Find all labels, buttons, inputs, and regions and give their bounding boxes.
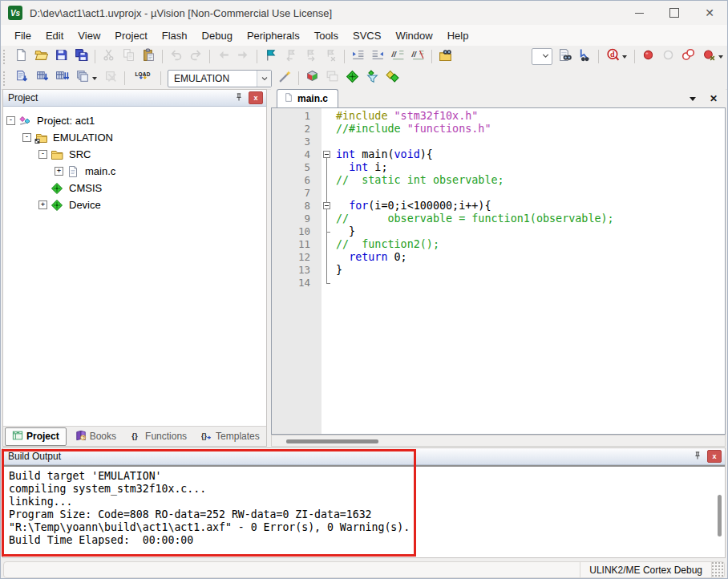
manage-run-time-environment-button[interactable]: [302, 70, 322, 87]
resize-grip[interactable]: [711, 562, 724, 577]
target-select[interactable]: EMULATION: [168, 70, 272, 87]
workspace-tab-books[interactable]: ?Books: [70, 428, 122, 445]
menu-view[interactable]: View: [71, 26, 107, 45]
toolbar-separator: [598, 50, 599, 63]
find-text-combo[interactable]: [532, 48, 552, 65]
menu-tools[interactable]: Tools: [307, 26, 346, 45]
breakpoint-toggle-button[interactable]: [638, 48, 658, 66]
minimize-button[interactable]: [621, 1, 657, 25]
toolbar-separator: [257, 50, 257, 63]
tree-expand-toggle[interactable]: -: [19, 133, 34, 142]
select-software-packs-button[interactable]: [362, 70, 382, 87]
workspace-tab-templates[interactable]: {}Templates: [196, 428, 265, 445]
editor-hscrollbar[interactable]: [271, 435, 726, 447]
build-button[interactable]: [32, 70, 52, 87]
tab-main-c[interactable]: main.c: [277, 89, 338, 107]
tree-item-project-act1[interactable]: -Project: act1: [3, 112, 266, 129]
open-folder-button[interactable]: [31, 48, 51, 66]
save-all-button[interactable]: [71, 48, 91, 66]
batch-build-button[interactable]: [72, 70, 101, 87]
translate-button[interactable]: [12, 70, 32, 87]
find-in-files-button[interactable]: [555, 48, 575, 66]
project-panel: Project x -Project: act1-EMULATION-SRC+m…: [2, 89, 267, 447]
indent-button[interactable]: [348, 48, 368, 66]
breakpoint-kill-all-button[interactable]: [698, 48, 727, 66]
tree-expand-toggle[interactable]: -: [35, 150, 51, 159]
tree-item-emulation[interactable]: -EMULATION: [3, 129, 266, 146]
outdent-button[interactable]: [368, 48, 388, 66]
menu-window[interactable]: Window: [388, 26, 439, 45]
bookmark-previous-button: [281, 48, 301, 66]
tree-expand-toggle[interactable]: +: [51, 167, 67, 176]
chevron-down-icon[interactable]: [257, 71, 271, 87]
tree-indent: [19, 180, 35, 196]
debug-find-button[interactable]: d: [602, 48, 631, 66]
outdent-icon: [371, 48, 385, 65]
close-document-button[interactable]: ✕: [710, 94, 718, 103]
download-button[interactable]: LOAD: [128, 70, 157, 87]
rebuild-button[interactable]: [52, 70, 72, 87]
code-text: [332, 187, 336, 200]
document-list-dropdown[interactable]: [690, 97, 696, 101]
breakpoint-enable-disable-button[interactable]: [658, 48, 678, 66]
build-toolbar: LOADEMULATION: [1, 67, 727, 90]
target-options-button[interactable]: [275, 70, 295, 87]
bookmark-toggle-button[interactable]: [261, 48, 281, 66]
batch-build-icon: [76, 70, 90, 87]
toolbar-grip[interactable]: [3, 50, 6, 64]
code-editor[interactable]: 1#include "stm32f10x.h"2//#include "func…: [271, 107, 726, 435]
build-output-pin-button[interactable]: [691, 451, 704, 463]
tree-expand-toggle[interactable]: +: [35, 200, 51, 209]
menu-debug[interactable]: Debug: [195, 26, 240, 45]
hscrollbar-thumb[interactable]: [286, 439, 378, 443]
menu-file[interactable]: File: [7, 26, 38, 45]
chevron-down-icon: [540, 50, 552, 64]
comment-selection-button[interactable]: //: [388, 48, 408, 66]
code-text: for(i=0;i<100000;i++){: [332, 200, 491, 213]
pack-manager-button[interactable]: [382, 70, 402, 87]
fold-collapse-icon[interactable]: [322, 200, 332, 213]
templates-tab-icon: {}: [201, 430, 212, 443]
code-text: //#include "functions.h": [332, 123, 491, 136]
menu-flash[interactable]: Flash: [155, 26, 195, 45]
uncomment-selection-icon: //: [411, 48, 425, 65]
toolbar-grip[interactable]: [3, 71, 7, 86]
build-output-log: Build target 'EMULATION'compiling system…: [3, 465, 725, 557]
build-output-scrollbar-thumb[interactable]: [718, 495, 722, 536]
menu-svcs[interactable]: SVCS: [346, 26, 388, 45]
menu-project[interactable]: Project: [107, 26, 154, 45]
maximize-button[interactable]: [657, 1, 692, 25]
breakpoint-disable-all-button[interactable]: [678, 48, 698, 66]
tree-item-main-c[interactable]: +main.c: [3, 163, 266, 180]
code-line: 12 return 0;: [272, 251, 725, 264]
code-line: 3: [272, 136, 725, 148]
folder-icon: [51, 148, 65, 161]
tree-item-label: Project: act1: [37, 115, 95, 127]
incremental-find-button[interactable]: [575, 48, 595, 66]
menu-peripherals[interactable]: Peripherals: [240, 26, 307, 45]
build-output-close-button[interactable]: x: [707, 450, 722, 463]
menu-edit[interactable]: Edit: [38, 26, 71, 45]
workspace-tab-project[interactable]: Project: [5, 427, 67, 446]
tree-item-cmsis[interactable]: CMSIS: [3, 180, 266, 196]
tree-expand-toggle[interactable]: -: [3, 116, 18, 125]
project-panel-close-button[interactable]: x: [249, 91, 263, 104]
save-button[interactable]: [51, 48, 71, 66]
code-text: [332, 277, 336, 290]
build-output-scrollbar[interactable]: [717, 468, 722, 553]
menu-help[interactable]: Help: [440, 26, 476, 45]
new-file-button[interactable]: [11, 48, 31, 66]
workspace-tab-functions[interactable]: {}Functions: [125, 428, 192, 445]
find-in-files-folder-button[interactable]: [435, 48, 455, 66]
fold-collapse-icon[interactable]: [322, 148, 332, 161]
code-text: int i;: [332, 161, 388, 174]
paste-button[interactable]: [139, 48, 159, 66]
tree-item-src[interactable]: -SRC: [3, 146, 266, 163]
line-number: 14: [272, 277, 322, 290]
project-panel-pin-button[interactable]: [233, 92, 245, 104]
document-icon: [284, 92, 293, 105]
pack-installer-button[interactable]: [342, 70, 362, 87]
close-window-button[interactable]: ✕: [692, 1, 727, 25]
tree-item-device[interactable]: +Device: [3, 196, 266, 213]
uncomment-selection-button[interactable]: //: [408, 48, 428, 66]
